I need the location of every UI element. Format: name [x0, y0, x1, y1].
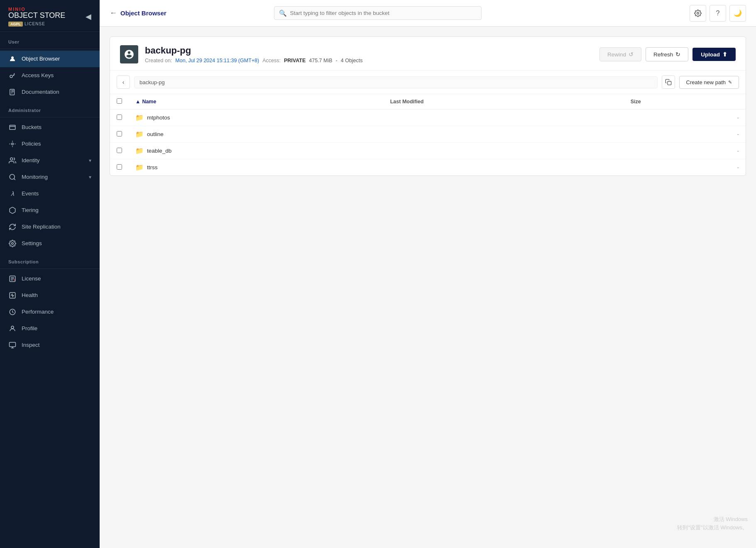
row-checkbox-3[interactable] — [117, 164, 122, 170]
column-last-modified-label: Last Modified — [390, 99, 424, 105]
logo-store: STORE — [40, 11, 66, 19]
rewind-button[interactable]: Rewind ↺ — [599, 47, 641, 61]
sidebar-item-site-replication[interactable]: Site Replication — [0, 219, 100, 235]
th-last-modified[interactable]: Last Modified — [384, 94, 624, 110]
monitoring-icon — [8, 173, 17, 181]
column-size-label: Size — [631, 99, 641, 105]
sidebar-item-label-site-replication: Site Replication — [22, 224, 61, 230]
search-input[interactable] — [274, 6, 482, 20]
create-new-path-button[interactable]: Create new path ✎ — [679, 76, 739, 89]
sidebar-item-identity[interactable]: Identity ▾ — [0, 152, 100, 169]
row-checkbox-1[interactable] — [117, 131, 122, 136]
row-name-cell-3[interactable]: 📁 ttrss — [129, 159, 384, 176]
sidebar-item-profile[interactable]: Profile — [0, 320, 100, 337]
topbar-actions: ? 🌙 — [690, 5, 746, 22]
sidebar-item-label-monitoring: Monitoring — [22, 174, 48, 180]
svg-point-4 — [12, 143, 14, 145]
rewind-icon: ↺ — [629, 51, 634, 58]
performance-icon — [8, 308, 17, 316]
buckets-icon — [8, 123, 17, 132]
sidebar-item-label-profile: Profile — [22, 325, 37, 331]
svg-point-7 — [12, 243, 14, 245]
th-size[interactable]: Size — [624, 94, 746, 110]
row-name-2: teable_db — [147, 148, 171, 154]
access-keys-icon — [8, 71, 17, 80]
row-checkbox-2[interactable] — [117, 148, 122, 153]
svg-point-12 — [11, 326, 14, 329]
sidebar-item-policies[interactable]: Policies — [0, 136, 100, 152]
copy-path-button[interactable] — [662, 76, 675, 89]
help-button[interactable]: ? — [710, 5, 726, 22]
logo-license-text: LICENSE — [24, 22, 45, 26]
refresh-button[interactable]: Refresh ↻ — [646, 47, 688, 61]
sidebar-item-label-license: License — [22, 275, 41, 282]
license-icon — [8, 275, 17, 283]
site-replication-icon — [8, 223, 17, 231]
sidebar-divider-admin — [0, 117, 100, 117]
table-row[interactable]: 📁 outline - — [110, 126, 746, 143]
sidebar-item-buckets[interactable]: Buckets — [0, 119, 100, 136]
sidebar-item-access-keys[interactable]: Access Keys — [0, 67, 100, 84]
sort-up-icon: ▲ — [135, 99, 140, 105]
sidebar-item-label-events: Events — [22, 190, 39, 197]
sidebar-item-monitoring[interactable]: Monitoring ▾ — [0, 169, 100, 185]
upload-icon: ⬆ — [722, 51, 727, 58]
row-checkbox-0[interactable] — [117, 114, 122, 120]
monitoring-chevron-icon: ▾ — [89, 174, 91, 180]
bucket-meta: Created on: Mon, Jul 29 2024 15:11:39 (G… — [145, 58, 593, 63]
row-name-cell-0[interactable]: 📁 mtphotos — [129, 110, 384, 126]
svg-point-14 — [697, 12, 699, 14]
file-table-body: 📁 mtphotos - 📁 — [110, 110, 746, 176]
th-name[interactable]: ▲ Name — [129, 94, 384, 110]
logo-object: OBJECT — [8, 11, 40, 19]
table-row[interactable]: 📁 mtphotos - — [110, 110, 746, 126]
bucket-info: backup-pg Created on: Mon, Jul 29 2024 1… — [145, 45, 593, 63]
row-name-cell-1[interactable]: 📁 outline — [129, 126, 384, 143]
sidebar-item-license[interactable]: License — [0, 270, 100, 287]
sidebar-section-admin: Administrator — [0, 100, 100, 115]
content-area: backup-pg Created on: Mon, Jul 29 2024 1… — [100, 27, 756, 548]
settings-button[interactable] — [690, 5, 706, 22]
file-table: ▲ Name Last Modified Size — [110, 94, 746, 175]
sidebar-item-documentation[interactable]: Documentation — [0, 84, 100, 100]
refresh-label: Refresh — [653, 51, 673, 58]
sidebar-divider-subscription — [0, 268, 100, 269]
sidebar-item-tiering[interactable]: Tiering — [0, 202, 100, 219]
sidebar-item-performance[interactable]: Performance — [0, 304, 100, 320]
folder-icon-0: 📁 — [135, 114, 144, 122]
access-value: PRIVATE — [284, 58, 306, 63]
row-checkbox-cell — [110, 159, 129, 176]
sidebar-item-health[interactable]: Health — [0, 287, 100, 304]
svg-point-9 — [14, 279, 15, 280]
row-size-1: - — [624, 126, 746, 143]
access-label: Access: — [262, 58, 281, 63]
sidebar-item-label-policies: Policies — [22, 141, 41, 147]
back-button[interactable]: ‹ — [117, 76, 130, 89]
search-icon: 🔍 — [279, 10, 287, 17]
sidebar-collapse-button[interactable]: ◀ — [86, 13, 91, 20]
sidebar-item-settings[interactable]: Settings — [0, 235, 100, 252]
upload-button[interactable]: Upload ⬆ — [692, 48, 736, 61]
sidebar-item-object-browser[interactable]: Object Browser — [0, 51, 100, 67]
main-area: ← Object Browser 🔍 ? 🌙 backup-pg — [100, 0, 756, 548]
table-row[interactable]: 📁 teable_db - — [110, 143, 746, 159]
row-name-cell-2[interactable]: 📁 teable_db — [129, 143, 384, 159]
sidebar-item-events[interactable]: λ Events — [0, 185, 100, 202]
svg-rect-3 — [10, 125, 15, 130]
select-all-checkbox[interactable] — [117, 98, 122, 104]
sidebar-item-label-buckets: Buckets — [22, 124, 42, 130]
documentation-icon — [8, 88, 17, 96]
events-icon: λ — [8, 190, 17, 198]
sidebar-item-label-documentation: Documentation — [22, 89, 59, 95]
object-browser-icon — [8, 55, 17, 63]
folder-icon-3: 📁 — [135, 163, 144, 171]
browser-toolbar: ‹ backup-pg Create new path ✎ — [110, 71, 746, 94]
table-row[interactable]: 📁 ttrss - — [110, 159, 746, 176]
create-path-label: Create new path — [686, 79, 726, 85]
theme-toggle-button[interactable]: 🌙 — [729, 5, 746, 22]
bucket-size: 475.7 MiB — [309, 58, 332, 63]
sidebar-item-label-health: Health — [22, 292, 38, 298]
sidebar-item-inspect[interactable]: Inspect — [0, 337, 100, 353]
bucket-icon — [120, 45, 138, 63]
logo-license-badge: AGPL — [8, 22, 23, 27]
